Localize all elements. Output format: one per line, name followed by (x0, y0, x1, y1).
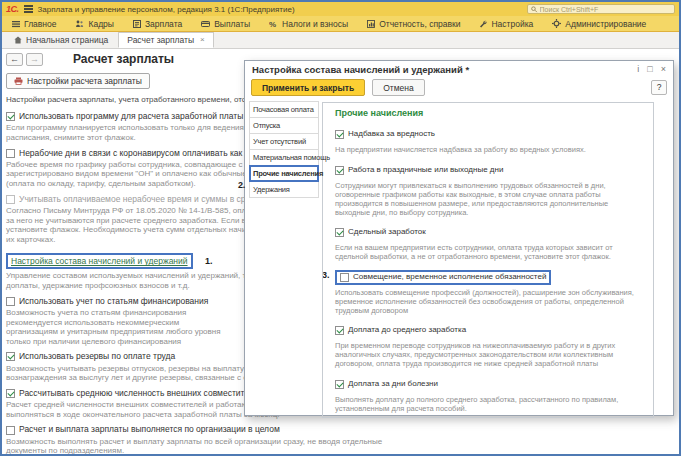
title-bar: 1С. Зарплата и управление персоналом, ре… (2, 2, 679, 16)
option-description: На предприятии начисляется надбавка за р… (335, 145, 643, 154)
settings-link[interactable]: Настройка состава начислений и удержаний (6, 253, 193, 269)
dialog-close-icon[interactable]: × (661, 65, 666, 74)
tab-raschet-zarplaty[interactable]: Расчет зарплаты × (118, 32, 214, 48)
tab-close-icon[interactable]: × (200, 35, 205, 44)
annotation-3: 3. (322, 270, 330, 280)
annotation-1: 1. (205, 256, 213, 266)
payments-icon (201, 20, 210, 28)
checkbox[interactable] (6, 389, 15, 398)
checkbox[interactable] (6, 297, 15, 306)
accrual-option: Доплата до среднего заработка При времен… (335, 321, 643, 368)
option-description: Выполнять доплату до полного среднего за… (335, 395, 643, 413)
checkbox-label: Доплата до среднего заработка (348, 326, 466, 335)
option-description: Сотрудники могут привлекаться к выполнен… (335, 181, 643, 217)
checkbox[interactable] (335, 326, 344, 335)
search-icon (531, 6, 538, 13)
accrual-option: Работа в праздничные или выходные дни Со… (335, 161, 643, 217)
menu-item-nalogi[interactable]: % Налоги и взносы (269, 19, 348, 29)
dialog-nastroyka-sostava: Настройка состава начислений и удержаний… (244, 60, 674, 416)
salary-icon (133, 20, 141, 28)
tab-bar: Начальная страница Расчет зарплаты × (2, 32, 679, 49)
checkbox-label: Использовать резервы по оплате труда (19, 352, 175, 361)
menu-item-nastroika[interactable]: Настройка (479, 19, 533, 29)
dialog-tab[interactable]: Удержания (249, 181, 319, 198)
help-button[interactable]: ? (651, 80, 667, 95)
tab-home[interactable]: Начальная страница (6, 32, 116, 48)
checkbox-label: Сдельный заработок (348, 228, 426, 237)
page-title: Расчет зарплаты (73, 52, 174, 66)
checkbox-label: Надбавка за вредность (348, 130, 435, 139)
checkbox[interactable] (335, 380, 344, 389)
cancel-button[interactable]: Отмена (372, 79, 425, 96)
staff-icon (75, 20, 84, 28)
dialog-tab[interactable]: Учет отсутствий (249, 133, 319, 150)
checkbox[interactable] (6, 112, 15, 121)
dialog-info-icon[interactable]: i (637, 65, 639, 74)
checkbox[interactable] (340, 273, 349, 282)
accrual-option: Надбавка за вредность На предприятии нач… (335, 125, 643, 154)
taxes-icon: % (269, 20, 278, 28)
reports-icon (367, 20, 375, 28)
wrench-icon (479, 20, 487, 28)
checkbox[interactable] (335, 166, 344, 175)
settings-option: Расчет и выплата зарплаты выполняется по… (6, 425, 396, 454)
checkbox[interactable] (6, 426, 15, 435)
menu-bar: Главное Кадры Зарплата Выплаты % Налоги … (2, 16, 679, 32)
menu-item-administrirovanie[interactable]: Администрирование (552, 19, 646, 29)
checkbox[interactable] (6, 149, 15, 158)
checkbox-label: Совмещение, временное исполнение обязанн… (353, 273, 546, 282)
back-button[interactable]: ← (6, 53, 23, 66)
accrual-option: Сдельный заработок Если на вашем предпри… (335, 223, 643, 261)
checkbox-label: Доплата за дни болезни (348, 380, 438, 389)
hamburger-icon[interactable] (24, 4, 33, 15)
dialog-tab[interactable]: Почасовая оплата (249, 101, 319, 118)
1c-logo: 1С. (6, 4, 19, 14)
app-window: 1С. Зарплата и управление персоналом, ре… (0, 0, 681, 456)
dialog-title: Настройка состава начислений и удержаний… (252, 64, 629, 75)
menu-item-otchetnost[interactable]: Отчетность, справки (367, 19, 460, 29)
option-description: При временном переводе сотрудников на ни… (335, 341, 643, 368)
forward-button[interactable]: → (26, 53, 43, 66)
dialog-maximize-icon[interactable]: □ (647, 65, 652, 74)
accrual-option: 3. Совмещение, временное исполнение обяз… (335, 268, 643, 315)
search-input[interactable] (540, 6, 671, 13)
checkbox[interactable] (6, 195, 15, 204)
gear-icon (552, 19, 561, 28)
svg-text:%: % (269, 20, 276, 28)
accrual-option: Доплата за дни болезни Выполнять доплату… (335, 375, 643, 413)
printer-icon (14, 77, 23, 85)
window-title: Зарплата и управление персоналом, редакц… (38, 5, 295, 14)
option-description: Использовать совмещение профессий (должн… (335, 288, 643, 315)
checkbox[interactable] (6, 352, 15, 361)
apply-and-close-button[interactable]: Применить и закрыть (251, 79, 365, 96)
annotation-2: 2. (238, 180, 245, 190)
home-icon (14, 36, 22, 44)
dialog-tab[interactable]: Материальная помощь (249, 149, 319, 166)
section-title: Прочие начисления (335, 108, 643, 118)
menu-item-glavnoe[interactable]: Главное (12, 19, 56, 29)
dialog-tab[interactable]: Отпуска (249, 117, 319, 134)
checkbox-label: Расчет и выплата зарплаты выполняется по… (19, 425, 280, 434)
menu-item-kadry[interactable]: Кадры (75, 19, 113, 29)
checkbox-label: Использовать программу для расчета зараб… (19, 112, 243, 121)
global-search[interactable] (527, 4, 675, 14)
dialog-content-frame: Прочие начисления Надбавка за вредность … (322, 102, 654, 418)
option-description: Возможность учета по статьям финансирова… (6, 308, 221, 346)
option-description: Возможность выполнять расчет и выплату з… (6, 437, 396, 454)
checkbox[interactable] (335, 130, 344, 139)
dialog-options: Надбавка за вредность На предприятии нач… (335, 125, 643, 418)
main-menu-icon (12, 20, 20, 28)
option-description: Если на вашем предприятии есть сотрудник… (335, 243, 643, 261)
salary-calc-settings-button[interactable]: Настройки расчета зарплаты (6, 73, 150, 89)
menu-item-zarplata[interactable]: Зарплата (133, 19, 182, 29)
checkbox[interactable] (335, 228, 344, 237)
checkbox-label: Работа в праздничные или выходные дни (348, 166, 503, 175)
dialog-tab[interactable]: Прочие начисления 2. (249, 165, 319, 182)
dialog-tab-list: Почасовая оплата Отпуска Учет отсутствий… (249, 102, 319, 198)
checkbox-label: Использовать учет по статьям финансирова… (19, 297, 208, 306)
menu-item-vyplaty[interactable]: Выплаты (201, 19, 250, 29)
